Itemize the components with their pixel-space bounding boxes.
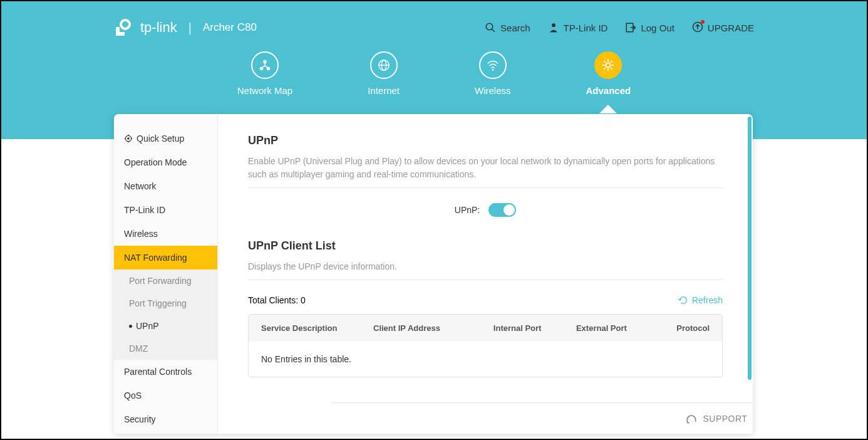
upgrade-label: UPGRADE bbox=[708, 23, 754, 33]
main-nav: Network Map Internet Wireless Advanced bbox=[1, 51, 867, 96]
main-panel: Quick Setup Operation Mode Network TP-Li… bbox=[114, 114, 753, 434]
col-external-port: External Port bbox=[557, 323, 646, 333]
svg-line-4 bbox=[492, 29, 495, 32]
footer-bar: SUPPORT BACK TO TOP bbox=[331, 402, 753, 434]
sidebar-upnp[interactable]: UPnP bbox=[114, 315, 217, 337]
toggle-knob bbox=[504, 204, 515, 216]
tab-internet-label: Internet bbox=[368, 85, 400, 96]
refresh-icon bbox=[678, 295, 688, 305]
logo-area: tp-link | Archer C80 bbox=[114, 18, 257, 37]
tab-network-map-label: Network Map bbox=[237, 85, 292, 96]
tab-internet[interactable]: Internet bbox=[368, 51, 400, 96]
divider bbox=[248, 187, 723, 188]
target-icon bbox=[124, 134, 133, 143]
globe-icon bbox=[377, 58, 391, 72]
svg-point-14 bbox=[492, 69, 493, 71]
svg-point-0 bbox=[121, 20, 130, 29]
logout-label: Log Out bbox=[641, 23, 674, 33]
tab-advanced-label: Advanced bbox=[586, 85, 631, 96]
tplink-id-action[interactable]: TP-Link ID bbox=[548, 22, 608, 33]
search-label: Search bbox=[500, 23, 530, 33]
svg-rect-2 bbox=[116, 32, 125, 36]
sidebar-operation-mode[interactable]: Operation Mode bbox=[114, 150, 217, 174]
content-area: UPnP Enable UPnP (Universal Plug and Pla… bbox=[218, 114, 753, 434]
sidebar-parental[interactable]: Parental Controls bbox=[114, 360, 217, 384]
gear-icon bbox=[601, 58, 615, 72]
svg-point-3 bbox=[486, 23, 493, 30]
model-text: Archer C80 bbox=[203, 21, 257, 34]
brand-text: tp-link bbox=[140, 19, 177, 36]
bullet-icon bbox=[129, 325, 132, 328]
sidebar-security[interactable]: Security bbox=[114, 407, 217, 431]
sidebar-network[interactable]: Network bbox=[114, 174, 217, 198]
user-icon bbox=[548, 22, 559, 33]
svg-point-5 bbox=[552, 23, 555, 27]
table-empty-message: No Entries in this table. bbox=[249, 342, 722, 377]
sidebar-quick-setup-label: Quick Setup bbox=[137, 134, 184, 144]
sidebar-nat-forwarding[interactable]: NAT Forwarding bbox=[114, 246, 217, 270]
sidebar-port-triggering[interactable]: Port Triggering bbox=[114, 292, 217, 315]
col-service-description: Service Description bbox=[261, 323, 373, 333]
sidebar: Quick Setup Operation Mode Network TP-Li… bbox=[114, 114, 218, 434]
divider bbox=[248, 280, 723, 280]
tplink-id-label: TP-Link ID bbox=[564, 23, 608, 33]
section-desc-client-list: Displays the UPnP device information. bbox=[248, 260, 723, 273]
support-button[interactable]: SUPPORT bbox=[685, 412, 747, 425]
refresh-button[interactable]: Refresh bbox=[678, 295, 723, 305]
logout-action[interactable]: Log Out bbox=[625, 22, 674, 33]
upgrade-action[interactable]: UPGRADE bbox=[692, 21, 754, 34]
scrollbar[interactable] bbox=[748, 117, 752, 380]
col-internal-port: Internal Port bbox=[477, 323, 557, 333]
col-protocol: Protocol bbox=[646, 323, 710, 333]
upnp-toggle[interactable] bbox=[488, 203, 516, 217]
wifi-icon bbox=[486, 58, 500, 72]
sidebar-tplink-id[interactable]: TP-Link ID bbox=[114, 198, 217, 222]
sidebar-qos[interactable]: QoS bbox=[114, 384, 217, 407]
tab-advanced[interactable]: Advanced bbox=[586, 51, 631, 96]
section-desc-upnp: Enable UPnP (Universal Plug and Play) to… bbox=[248, 155, 723, 181]
refresh-label: Refresh bbox=[692, 295, 723, 305]
upnp-toggle-label: UPnP: bbox=[455, 205, 480, 215]
sidebar-wireless[interactable]: Wireless bbox=[114, 222, 217, 246]
upgrade-notification-dot bbox=[701, 20, 705, 24]
search-action[interactable]: Search bbox=[485, 22, 530, 33]
table-header: Service Description Client IP Address In… bbox=[249, 315, 722, 342]
section-title-client-list: UPnP Client List bbox=[248, 239, 723, 253]
sidebar-port-forwarding[interactable]: Port Forwarding bbox=[114, 270, 217, 292]
col-client-ip: Client IP Address bbox=[373, 323, 477, 333]
svg-point-17 bbox=[127, 137, 130, 140]
network-map-icon bbox=[258, 58, 272, 72]
tab-wireless-label: Wireless bbox=[475, 85, 511, 96]
tab-network-map[interactable]: Network Map bbox=[237, 51, 292, 96]
svg-point-15 bbox=[606, 63, 611, 67]
tplink-logo-icon bbox=[114, 18, 133, 37]
brand-divider: | bbox=[189, 21, 192, 35]
search-icon bbox=[485, 22, 496, 33]
total-clients-text: Total Clients: 0 bbox=[248, 295, 306, 305]
logout-icon bbox=[625, 22, 636, 33]
headset-icon bbox=[685, 412, 698, 425]
sidebar-quick-setup[interactable]: Quick Setup bbox=[114, 127, 217, 150]
support-label: SUPPORT bbox=[703, 414, 747, 424]
tab-wireless[interactable]: Wireless bbox=[475, 51, 511, 96]
client-table: Service Description Client IP Address In… bbox=[248, 314, 723, 377]
section-title-upnp: UPnP bbox=[248, 134, 723, 147]
sidebar-dmz[interactable]: DMZ bbox=[114, 337, 217, 360]
